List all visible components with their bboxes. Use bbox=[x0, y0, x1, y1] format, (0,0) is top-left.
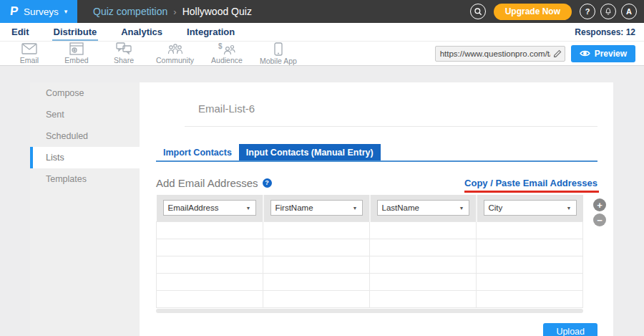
remove-column-button[interactable]: − bbox=[593, 213, 606, 226]
responses-count[interactable]: Responses: 12 bbox=[575, 27, 635, 37]
upload-button[interactable]: Upload bbox=[543, 323, 597, 336]
notifications-button[interactable] bbox=[600, 4, 616, 19]
breadcrumb: Quiz competition › Hollywood Quiz bbox=[93, 6, 252, 17]
copy-paste-email-addresses-link[interactable]: Copy / Paste Email Addresses bbox=[464, 178, 597, 188]
header-actions: Upgrade Now ? A bbox=[470, 4, 644, 20]
table-cell[interactable] bbox=[477, 256, 583, 273]
table-cell[interactable] bbox=[263, 256, 370, 273]
product-switcher[interactable]: P Surveys ▾ bbox=[0, 0, 77, 23]
breadcrumb-parent[interactable]: Quiz competition bbox=[93, 6, 167, 17]
column-select-firstname[interactable]: FirstName▼ bbox=[270, 200, 363, 216]
column-mapping-row: EmailAddress▼ FirstName▼ LastName▼ City▼ bbox=[157, 195, 583, 221]
table-cell[interactable] bbox=[263, 221, 370, 239]
column-select-lastname[interactable]: LastName▼ bbox=[377, 200, 469, 216]
channel-label: Mobile App bbox=[260, 57, 297, 65]
embed-icon bbox=[69, 42, 84, 55]
survey-url-input[interactable] bbox=[435, 46, 565, 62]
svg-text:$: $ bbox=[218, 42, 223, 50]
survey-url-field-wrap bbox=[435, 46, 565, 62]
table-cell[interactable] bbox=[263, 239, 370, 256]
table-row bbox=[157, 239, 583, 256]
channel-label: Embed bbox=[64, 56, 88, 64]
nav-item-integration[interactable]: Integration bbox=[185, 24, 236, 41]
breadcrumb-separator: › bbox=[173, 6, 176, 17]
audience-icon: $ bbox=[218, 42, 235, 55]
edit-url-pencil-icon[interactable] bbox=[553, 49, 562, 58]
chevron-down-icon: ▾ bbox=[64, 8, 68, 15]
help-tooltip-icon[interactable]: ? bbox=[263, 178, 272, 188]
table-cell[interactable] bbox=[157, 290, 263, 307]
channel-community[interactable]: Community bbox=[156, 42, 194, 65]
table-cell[interactable] bbox=[157, 273, 263, 290]
table-cell[interactable] bbox=[370, 256, 477, 273]
survey-nav-bar: Edit Distribute Analytics Integration Re… bbox=[0, 23, 644, 42]
table-cell[interactable] bbox=[263, 273, 370, 290]
table-cell[interactable] bbox=[477, 239, 583, 256]
nav-item-edit[interactable]: Edit bbox=[10, 24, 31, 41]
nav-item-distribute[interactable]: Distribute bbox=[52, 24, 99, 41]
nav-items: Edit Distribute Analytics Integration bbox=[10, 24, 236, 41]
table-cell[interactable] bbox=[157, 256, 263, 273]
product-name: Surveys bbox=[24, 6, 59, 17]
horizontal-scrollbar[interactable] bbox=[156, 309, 583, 313]
help-button[interactable]: ? bbox=[580, 4, 595, 19]
title-divider bbox=[185, 126, 597, 127]
toolbar-right: Preview bbox=[435, 45, 644, 62]
annotation-red-underline bbox=[464, 191, 599, 193]
email-list-title: Email-List-6 bbox=[198, 102, 613, 115]
row-controls: + − bbox=[593, 198, 606, 226]
copy-paste-link-wrap: Copy / Paste Email Addresses bbox=[464, 176, 597, 189]
table-cell[interactable] bbox=[157, 221, 263, 239]
email-icon bbox=[21, 42, 37, 55]
questionpro-logo-icon: P bbox=[9, 4, 19, 19]
table-cell[interactable] bbox=[477, 273, 583, 290]
channel-label: Community bbox=[156, 56, 194, 64]
tab-input-contacts-manual[interactable]: Input Contacts (Manual Entry) bbox=[239, 144, 381, 160]
channel-label: Audience bbox=[211, 56, 243, 64]
table-cell[interactable] bbox=[370, 221, 477, 239]
eye-icon bbox=[580, 49, 590, 57]
nav-item-analytics[interactable]: Analytics bbox=[119, 24, 164, 41]
channel-mobile-app[interactable]: Mobile App bbox=[260, 42, 297, 65]
column-select-emailaddress[interactable]: EmailAddress▼ bbox=[163, 200, 256, 216]
chevron-down-icon: ▼ bbox=[567, 206, 572, 211]
distribute-toolbar: Email Embed Share Community $ Audience M… bbox=[0, 42, 644, 66]
breadcrumb-current: Hollywood Quiz bbox=[182, 6, 252, 17]
sidebar-item-compose[interactable]: Compose bbox=[30, 82, 140, 104]
top-header-bar: P Surveys ▾ Quiz competition › Hollywood… bbox=[0, 0, 644, 23]
table-cell[interactable] bbox=[477, 221, 583, 239]
channel-embed[interactable]: Embed bbox=[62, 42, 92, 65]
upload-row: Upload bbox=[156, 323, 597, 336]
table-cell[interactable] bbox=[157, 239, 263, 256]
table-cell[interactable] bbox=[370, 290, 477, 307]
table-cell[interactable] bbox=[477, 290, 583, 307]
sidebar-item-lists[interactable]: Lists bbox=[30, 147, 140, 168]
channel-label: Share bbox=[114, 56, 134, 64]
chevron-down-icon: ▼ bbox=[459, 206, 464, 211]
sidebar-item-scheduled[interactable]: Scheduled bbox=[30, 125, 140, 147]
contacts-table: EmailAddress▼ FirstName▼ LastName▼ City▼ bbox=[156, 195, 583, 308]
table-row bbox=[157, 256, 583, 273]
community-icon bbox=[167, 42, 184, 55]
table-row bbox=[157, 273, 583, 290]
search-button[interactable] bbox=[470, 4, 486, 19]
channel-audience[interactable]: $ Audience bbox=[211, 42, 243, 65]
table-cell[interactable] bbox=[370, 273, 477, 290]
mobile-app-icon bbox=[273, 42, 283, 56]
sidebar-item-templates[interactable]: Templates bbox=[30, 168, 140, 190]
chevron-down-icon: ▼ bbox=[246, 206, 251, 211]
preview-button[interactable]: Preview bbox=[571, 45, 635, 62]
sidebar-item-sent[interactable]: Sent bbox=[30, 104, 140, 125]
channel-email[interactable]: Email bbox=[14, 42, 44, 65]
channel-share[interactable]: Share bbox=[109, 42, 139, 65]
add-column-button[interactable]: + bbox=[593, 198, 606, 211]
tab-import-contacts[interactable]: Import Contacts bbox=[156, 144, 239, 160]
add-email-addresses-title: Add Email Addresses bbox=[156, 177, 258, 189]
upgrade-now-button[interactable]: Upgrade Now bbox=[494, 4, 572, 20]
account-avatar[interactable]: A bbox=[621, 4, 637, 19]
table-cell[interactable] bbox=[370, 239, 477, 256]
lists-panel: Email-List-6 Import Contacts Input Conta… bbox=[140, 82, 613, 336]
table-cell[interactable] bbox=[263, 290, 370, 307]
column-select-city[interactable]: City▼ bbox=[484, 200, 577, 216]
chevron-down-icon: ▼ bbox=[353, 206, 358, 211]
